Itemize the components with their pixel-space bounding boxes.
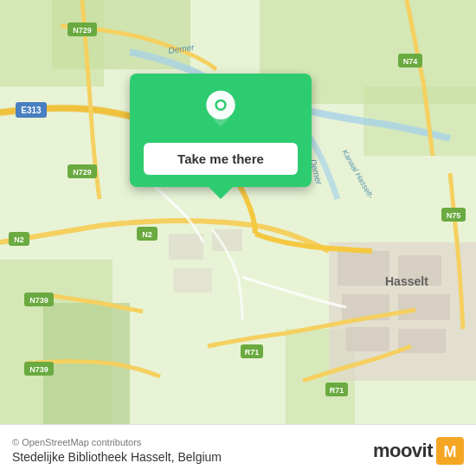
svg-point-46 [217,101,224,108]
footer-left: © OpenStreetMap contributors Stedelijke … [12,437,222,464]
popup-card: Take me there [130,74,312,187]
copyright-text: © OpenStreetMap contributors [12,437,222,447]
svg-text:N729: N729 [73,168,92,177]
take-me-there-button[interactable]: Take me there [144,143,298,175]
svg-text:R71: R71 [330,386,344,395]
svg-text:N74: N74 [403,57,418,66]
svg-text:R71: R71 [245,348,260,357]
location-pin-icon [199,89,242,132]
svg-text:N739: N739 [29,365,48,374]
moovit-text: moovit [373,440,433,462]
svg-rect-13 [346,327,389,351]
svg-text:M: M [444,443,457,460]
svg-rect-17 [173,268,212,293]
svg-rect-12 [398,294,450,320]
map-svg: E313 N729 N729 N2 N2 N739 N739 N74 N75 R… [0,0,476,424]
map-container: E313 N729 N729 N2 N2 N739 N739 N74 N75 R… [0,0,476,424]
svg-rect-15 [169,234,203,260]
svg-text:E313: E313 [21,106,42,115]
svg-text:N729: N729 [73,26,92,35]
svg-text:N2: N2 [14,235,24,244]
svg-text:N739: N739 [29,296,48,305]
moovit-logo: moovit M [373,437,464,465]
footer: © OpenStreetMap contributors Stedelijke … [0,424,476,476]
location-text: Stedelijke Bibliotheek Hasselt, Belgium [12,450,222,464]
svg-text:N2: N2 [142,230,152,239]
svg-rect-16 [212,229,242,251]
moovit-icon: M [436,437,464,465]
svg-text:Hasselt: Hasselt [385,274,428,288]
svg-text:N75: N75 [447,211,461,220]
svg-rect-9 [338,251,389,286]
